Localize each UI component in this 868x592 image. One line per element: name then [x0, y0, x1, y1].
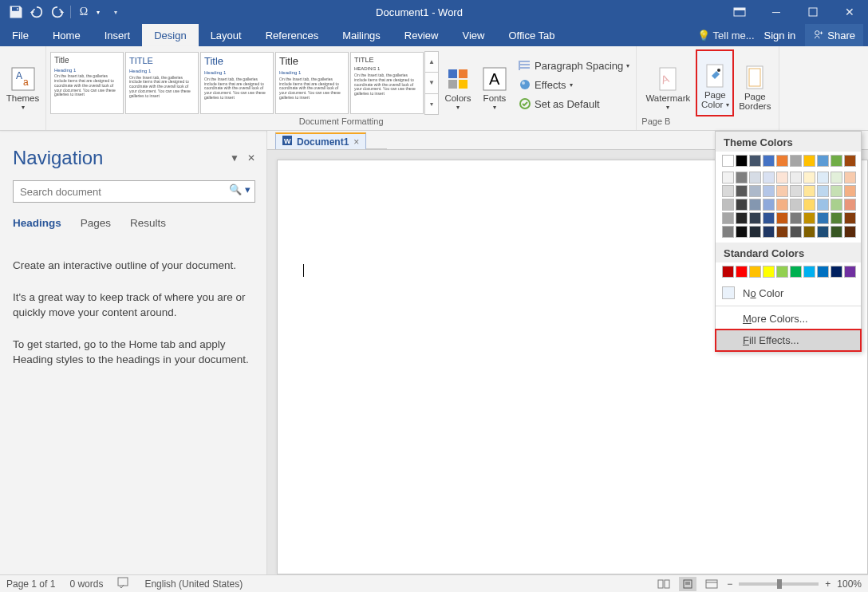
- color-swatch[interactable]: [790, 266, 802, 278]
- color-swatch[interactable]: [844, 199, 856, 211]
- tab-layout[interactable]: Layout: [199, 24, 254, 46]
- color-swatch[interactable]: [831, 172, 842, 184]
- scroll-up-icon[interactable]: ▲: [425, 52, 438, 73]
- undo-icon[interactable]: [29, 4, 45, 20]
- nav-dropdown-icon[interactable]: ▼: [230, 152, 239, 164]
- style-gallery-scroll[interactable]: ▲▼▾: [424, 51, 439, 115]
- color-swatch[interactable]: [763, 226, 775, 238]
- color-swatch[interactable]: [831, 212, 842, 224]
- color-swatch[interactable]: [722, 172, 734, 184]
- color-swatch[interactable]: [722, 199, 734, 211]
- color-swatch[interactable]: [844, 266, 856, 278]
- color-swatch[interactable]: [776, 155, 788, 167]
- color-swatch[interactable]: [817, 199, 829, 211]
- color-swatch[interactable]: [831, 185, 842, 197]
- nav-tab-headings[interactable]: Headings: [13, 217, 61, 229]
- tab-view[interactable]: View: [450, 24, 496, 46]
- scroll-down-icon[interactable]: ▼: [425, 73, 438, 93]
- tab-office-tab[interactable]: Office Tab: [496, 24, 566, 46]
- tab-references[interactable]: References: [254, 24, 330, 46]
- paragraph-spacing-button[interactable]: Paragraph Spacing ▾: [519, 57, 629, 74]
- color-swatch[interactable]: [736, 199, 748, 211]
- share-button[interactable]: Share: [805, 24, 863, 46]
- fill-effects-item[interactable]: Fill Effects...: [716, 330, 861, 351]
- zoom-slider[interactable]: [739, 582, 819, 586]
- spellcheck-icon[interactable]: [117, 577, 130, 590]
- word-count[interactable]: 0 words: [69, 578, 103, 590]
- color-swatch[interactable]: [722, 226, 734, 238]
- qat-customize-icon[interactable]: ▾: [114, 9, 117, 16]
- color-swatch[interactable]: [722, 266, 734, 278]
- tab-design[interactable]: Design: [142, 24, 198, 46]
- close-icon[interactable]: ✕: [831, 0, 868, 24]
- effects-button[interactable]: Effects ▾: [519, 76, 629, 93]
- color-swatch[interactable]: [736, 266, 748, 278]
- color-swatch[interactable]: [776, 185, 788, 197]
- redo-icon[interactable]: [49, 4, 65, 20]
- style-set-2[interactable]: TITLEHeading 1On the Insert tab, the gal…: [125, 52, 199, 114]
- style-set-1[interactable]: TitleHeading 1On the Insert tab, the gal…: [50, 52, 124, 114]
- page-indicator[interactable]: Page 1 of 1: [6, 578, 55, 590]
- color-swatch[interactable]: [844, 226, 856, 238]
- tab-review[interactable]: Review: [393, 24, 451, 46]
- minimize-icon[interactable]: ─: [758, 0, 795, 24]
- color-swatch[interactable]: [749, 155, 761, 167]
- color-swatch[interactable]: [790, 212, 802, 224]
- sign-in-link[interactable]: Sign in: [764, 30, 796, 41]
- style-set-4[interactable]: TitleHeading 1On the Insert tab, the gal…: [275, 52, 349, 114]
- color-swatch[interactable]: [803, 172, 815, 184]
- color-swatch[interactable]: [790, 185, 802, 197]
- more-colors-item[interactable]: More Colors...: [716, 308, 861, 330]
- color-swatch[interactable]: [749, 185, 761, 197]
- color-swatch[interactable]: [803, 155, 815, 167]
- search-input[interactable]: [13, 180, 255, 203]
- color-swatch[interactable]: [736, 185, 748, 197]
- gallery-more-icon[interactable]: ▾: [425, 94, 438, 114]
- color-swatch[interactable]: [831, 226, 842, 238]
- color-swatch[interactable]: [803, 226, 815, 238]
- color-swatch[interactable]: [776, 172, 788, 184]
- color-swatch[interactable]: [831, 155, 842, 167]
- color-swatch[interactable]: [736, 172, 748, 184]
- tab-close-icon[interactable]: ×: [353, 136, 359, 148]
- maximize-icon[interactable]: [795, 0, 831, 24]
- color-swatch[interactable]: [722, 155, 734, 167]
- color-swatch[interactable]: [763, 266, 775, 278]
- document-tab[interactable]: W Document1 ×: [275, 132, 366, 149]
- color-swatch[interactable]: [803, 185, 815, 197]
- color-swatch[interactable]: [803, 212, 815, 224]
- color-swatch[interactable]: [736, 226, 748, 238]
- color-swatch[interactable]: [749, 212, 761, 224]
- zoom-in-icon[interactable]: +: [825, 578, 831, 590]
- color-swatch[interactable]: [844, 155, 856, 167]
- color-swatch[interactable]: [776, 212, 788, 224]
- themes-button[interactable]: Aa Themes ▾: [3, 49, 42, 116]
- color-swatch[interactable]: [790, 155, 802, 167]
- colors-button[interactable]: Colors▾: [439, 49, 477, 116]
- web-layout-icon[interactable]: [703, 577, 720, 591]
- style-set-3[interactable]: TitleHeading 1On the Insert tab, the gal…: [200, 52, 274, 114]
- color-swatch[interactable]: [776, 199, 788, 211]
- color-swatch[interactable]: [790, 199, 802, 211]
- color-swatch[interactable]: [817, 172, 829, 184]
- color-swatch[interactable]: [831, 199, 842, 211]
- color-swatch[interactable]: [736, 212, 748, 224]
- nav-tab-results[interactable]: Results: [130, 217, 166, 229]
- color-swatch[interactable]: [763, 172, 775, 184]
- color-swatch[interactable]: [817, 266, 829, 278]
- color-swatch[interactable]: [844, 172, 856, 184]
- color-swatch[interactable]: [817, 226, 829, 238]
- color-swatch[interactable]: [763, 212, 775, 224]
- color-swatch[interactable]: [790, 172, 802, 184]
- color-swatch[interactable]: [722, 212, 734, 224]
- color-swatch[interactable]: [817, 185, 829, 197]
- color-swatch[interactable]: [749, 172, 761, 184]
- no-color-item[interactable]: No Color: [716, 282, 861, 304]
- tab-mailings[interactable]: Mailings: [330, 24, 393, 46]
- color-swatch[interactable]: [763, 185, 775, 197]
- color-swatch[interactable]: [722, 185, 734, 197]
- save-icon[interactable]: [8, 4, 24, 20]
- tab-insert[interactable]: Insert: [93, 24, 143, 46]
- print-layout-icon[interactable]: [679, 577, 696, 591]
- style-set-5[interactable]: TITLEHEADING 1On the Insert tab, the gal…: [350, 52, 424, 114]
